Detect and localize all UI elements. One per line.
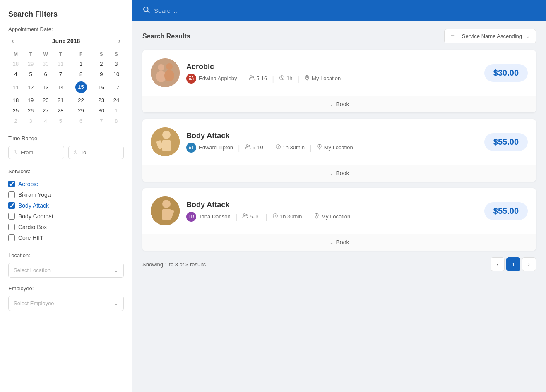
location-icon xyxy=(304,75,310,82)
card-info: Aerobic EA Edwina Appleby | 5-16 xyxy=(186,62,478,84)
meta-separator2: | xyxy=(272,75,274,82)
calendar-day[interactable]: 27 xyxy=(38,105,53,116)
duration-value: 1h xyxy=(286,75,292,81)
service-item[interactable]: Aerobic xyxy=(8,179,124,189)
calendar-month: June 2018 xyxy=(52,38,80,44)
duration-value: 1h 30min xyxy=(283,144,305,151)
calendar-day[interactable]: 6 xyxy=(68,116,94,126)
card-trainer: TD Tana Danson xyxy=(186,212,231,222)
calendar-day[interactable]: 22 xyxy=(68,95,94,105)
book-button[interactable]: ⌄ Book xyxy=(142,165,536,182)
calendar-day[interactable]: 1 xyxy=(109,105,124,116)
book-button[interactable]: ⌄ Book xyxy=(142,96,536,112)
calendar-day[interactable]: 20 xyxy=(38,95,53,105)
calendar-day[interactable]: 4 xyxy=(8,69,23,79)
duration-item: 1h 30min xyxy=(272,213,302,220)
calendar-day[interactable]: 28 xyxy=(53,105,68,116)
page-1-button[interactable]: 1 xyxy=(506,257,520,271)
calendar-day[interactable]: 23 xyxy=(94,95,109,105)
meta-separator3: | xyxy=(310,144,312,151)
location-dropdown[interactable]: Select Location ⌄ xyxy=(8,263,124,278)
next-month-button[interactable]: › xyxy=(115,36,124,45)
calendar-day[interactable]: 25 xyxy=(8,105,23,116)
card-info: Body Attack ET Edward Tipton | 5-10 xyxy=(186,131,478,153)
svg-point-11 xyxy=(253,76,254,78)
employee-dropdown[interactable]: Select Employee ⌄ xyxy=(8,296,124,311)
capacity-item: 5-10 xyxy=(245,144,263,151)
calendar-day[interactable]: 12 xyxy=(23,79,38,95)
calendar-day[interactable]: 31 xyxy=(53,59,68,69)
from-time-input[interactable] xyxy=(21,149,60,155)
calendar-day[interactable]: 30 xyxy=(38,59,53,69)
sort-dropdown[interactable]: Service Name Ascending ⌄ xyxy=(444,29,536,43)
calendar-day[interactable]: 5 xyxy=(23,69,38,79)
calendar-day[interactable]: 13 xyxy=(38,79,53,95)
calendar-day[interactable]: 7 xyxy=(94,116,109,126)
calendar-day[interactable]: 21 xyxy=(53,95,68,105)
meta-separator3: | xyxy=(307,213,309,220)
svg-rect-16 xyxy=(162,140,171,151)
calendar-day[interactable]: 16 xyxy=(94,79,109,95)
calendar-day[interactable]: 2 xyxy=(94,59,109,69)
calendar-day[interactable]: 3 xyxy=(109,59,124,69)
calendar-day[interactable]: 14 xyxy=(53,79,68,95)
service-item[interactable]: Core HIIT xyxy=(8,232,124,243)
calendar-day[interactable]: 18 xyxy=(8,95,23,105)
service-item[interactable]: Cardio Box xyxy=(8,222,124,232)
service-card: Body Attack ET Edward Tipton | 5-10 xyxy=(142,119,536,182)
trainer-name: Edwina Appleby xyxy=(199,75,237,81)
cal-header-f: F xyxy=(68,50,94,59)
book-chevron-icon: ⌄ xyxy=(330,170,334,176)
calendar-day[interactable]: 10 xyxy=(109,69,124,79)
calendar-day[interactable]: 8 xyxy=(68,69,94,79)
calendar-day[interactable]: 26 xyxy=(23,105,38,116)
calendar-day[interactable]: 2 xyxy=(8,116,23,126)
calendar-day[interactable]: 19 xyxy=(23,95,38,105)
to-time-input[interactable] xyxy=(81,149,120,155)
clock-icon xyxy=(275,144,281,151)
service-checkbox[interactable] xyxy=(8,224,15,230)
calendar-day[interactable]: 3 xyxy=(23,116,38,126)
calendar-day[interactable]: 15 xyxy=(68,79,94,95)
meta-separator2: | xyxy=(265,213,267,220)
service-checkbox[interactable] xyxy=(8,213,15,220)
calendar-day[interactable]: 8 xyxy=(109,116,124,126)
sort-icon xyxy=(450,33,456,40)
search-input[interactable] xyxy=(154,7,536,14)
calendar-day[interactable]: 29 xyxy=(23,59,38,69)
service-checkbox[interactable] xyxy=(8,202,15,209)
calendar-day[interactable]: 9 xyxy=(94,69,109,79)
service-card: Aerobic EA Edwina Appleby | 5-16 xyxy=(142,50,536,112)
service-checkbox[interactable] xyxy=(8,191,15,198)
calendar-day[interactable]: 1 xyxy=(68,59,94,69)
service-item[interactable]: Bikram Yoga xyxy=(8,189,124,200)
services-section: Services: AerobicBikram YogaBody AttackB… xyxy=(8,168,124,243)
calendar-day[interactable]: 7 xyxy=(53,69,68,79)
prev-page-button[interactable]: ‹ xyxy=(491,257,505,271)
calendar-day[interactable]: 24 xyxy=(109,95,124,105)
card-price: $55.00 xyxy=(484,202,528,220)
people-icon xyxy=(245,144,251,151)
calendar-day[interactable]: 11 xyxy=(8,79,23,95)
service-item[interactable]: Body Attack xyxy=(8,200,124,211)
calendar-day[interactable]: 6 xyxy=(38,69,53,79)
calendar-day[interactable]: 28 xyxy=(8,59,23,69)
calendar-day[interactable]: 4 xyxy=(38,116,53,126)
book-label: Book xyxy=(336,101,349,108)
meta-separator2: | xyxy=(268,144,270,151)
calendar-day[interactable]: 17 xyxy=(109,79,124,95)
service-checkbox[interactable] xyxy=(8,181,15,187)
book-button[interactable]: ⌄ Book xyxy=(142,234,536,251)
book-label: Book xyxy=(336,170,349,177)
calendar-day[interactable]: 30 xyxy=(94,105,109,116)
service-item[interactable]: Body Combat xyxy=(8,211,124,222)
service-checkbox[interactable] xyxy=(8,234,15,241)
clock-icon-to: ⏱ xyxy=(73,149,78,155)
svg-point-26 xyxy=(243,214,245,216)
prev-month-button[interactable]: ‹ xyxy=(8,36,17,45)
next-page-button[interactable]: › xyxy=(522,257,536,271)
location-item: My Location xyxy=(304,75,341,82)
calendar-day[interactable]: 5 xyxy=(53,116,68,126)
cal-header-t1: T xyxy=(23,50,38,59)
calendar-day[interactable]: 29 xyxy=(68,105,94,116)
